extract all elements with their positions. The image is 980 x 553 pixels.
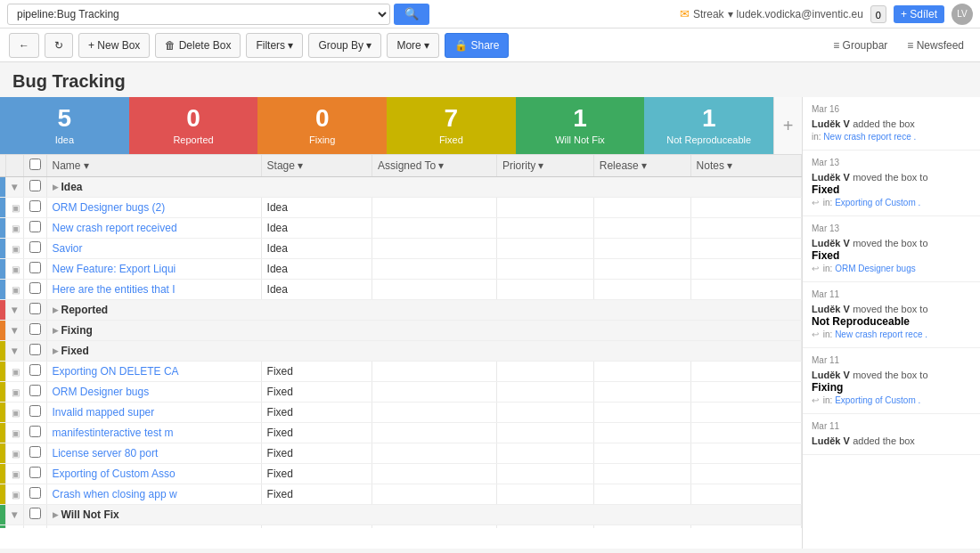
row-checkbox[interactable] xyxy=(29,241,41,253)
stage-fixing[interactable]: 0 Fixing xyxy=(257,97,387,154)
row-checkbox[interactable] xyxy=(29,282,41,294)
group-header-row[interactable]: ▾ ▸Fixed xyxy=(0,341,802,362)
select-all-checkbox[interactable] xyxy=(29,159,41,170)
stage-filter-icon[interactable]: ▾ xyxy=(298,159,303,172)
delete-box-button[interactable]: 🗑 Delete Box xyxy=(155,33,241,58)
groupbar-button[interactable]: ≡ Groupbar xyxy=(826,36,894,55)
row-name[interactable]: Exporting of Custom Asso xyxy=(46,464,261,484)
row-icon[interactable]: ▣ xyxy=(5,382,23,403)
group-checkbox[interactable] xyxy=(29,344,41,355)
row-checkbox[interactable] xyxy=(29,364,41,376)
row-checkbox-cell[interactable] xyxy=(23,403,46,423)
group-header-row[interactable]: ▾ ▸Will Not Fix xyxy=(0,505,802,525)
group-expand-icon[interactable]: ▾ xyxy=(5,300,23,321)
search-button[interactable]: 🔍 xyxy=(394,4,429,25)
activity-link[interactable]: ORM Designer bugs xyxy=(835,264,916,273)
row-checkbox[interactable] xyxy=(29,221,41,232)
group-expand-icon[interactable]: ▾ xyxy=(5,321,23,341)
table-row[interactable]: ▣ Exporting ON DELETE CA Fixed xyxy=(0,362,802,382)
add-stage-button[interactable]: + xyxy=(773,97,802,154)
row-icon[interactable]: ▣ xyxy=(5,403,23,423)
row-checkbox[interactable] xyxy=(29,200,41,212)
group-expand-icon[interactable]: ▾ xyxy=(5,177,23,198)
table-row[interactable]: ▣ manifestinteractive test m Fixed xyxy=(0,423,802,443)
assigned-filter-icon[interactable]: ▾ xyxy=(438,159,444,172)
group-header-row[interactable]: ▾ ▸Idea xyxy=(0,177,802,198)
row-checkbox-cell[interactable] xyxy=(23,525,46,529)
row-checkbox-cell[interactable] xyxy=(23,464,46,484)
group-checkbox-cell[interactable] xyxy=(23,505,46,525)
share-top-button[interactable]: + Sdílet xyxy=(894,5,944,23)
table-row[interactable]: ▣ Here are the entities that I Idea xyxy=(0,280,802,300)
group-header-row[interactable]: ▾ ▸Fixing xyxy=(0,321,802,341)
row-name[interactable]: New Feature: Export Liqui xyxy=(46,259,261,280)
row-checkbox-cell[interactable] xyxy=(23,259,46,280)
row-icon[interactable]: ▣ xyxy=(5,198,23,218)
row-name[interactable]: manifestinteractive test m xyxy=(46,423,261,443)
filters-button[interactable]: Filters ▾ xyxy=(246,33,303,58)
row-icon[interactable]: ▣ xyxy=(5,443,23,464)
group-checkbox-cell[interactable] xyxy=(23,177,46,198)
row-checkbox-cell[interactable] xyxy=(23,239,46,259)
row-name[interactable]: License server 80 port xyxy=(46,443,261,464)
table-row[interactable]: ▣ ORM Designer bugs (2) Idea xyxy=(0,198,802,218)
activity-link[interactable]: New crash report rece . xyxy=(835,329,927,339)
row-checkbox[interactable] xyxy=(29,405,41,417)
row-icon[interactable]: ▣ xyxy=(5,280,23,300)
row-checkbox-cell[interactable] xyxy=(23,218,46,239)
row-icon[interactable]: ▣ xyxy=(5,218,23,239)
new-box-button[interactable]: + New Box xyxy=(78,33,150,58)
table-row[interactable]: ▣ New crash report received Idea xyxy=(0,218,802,239)
group-checkbox[interactable] xyxy=(29,303,41,314)
row-name[interactable]: New crash report received xyxy=(46,218,261,239)
row-checkbox-cell[interactable] xyxy=(23,280,46,300)
table-row[interactable]: ▣ License server 80 port Fixed xyxy=(0,443,802,464)
group-by-button[interactable]: Group By ▾ xyxy=(308,33,381,58)
row-name[interactable]: xml files xyxy=(46,525,261,529)
activity-link[interactable]: Exporting of Custom . xyxy=(835,198,920,207)
stage-idea[interactable]: 5 Idea xyxy=(0,97,129,154)
activity-link[interactable]: New crash report rece . xyxy=(823,132,916,142)
row-icon[interactable]: ▣ xyxy=(5,239,23,259)
row-checkbox-cell[interactable] xyxy=(23,443,46,464)
row-checkbox[interactable] xyxy=(29,467,41,478)
row-checkbox-cell[interactable] xyxy=(23,362,46,382)
group-header-row[interactable]: ▾ ▸Reported xyxy=(0,300,802,321)
row-name[interactable]: ORM Designer bugs (2) xyxy=(46,198,261,218)
back-button[interactable]: ← xyxy=(9,33,39,58)
table-row[interactable]: ▣ xml files Will Not Fix xyxy=(0,525,802,529)
table-row[interactable]: ▣ Exporting of Custom Asso Fixed xyxy=(0,464,802,484)
stage-will-not-fix[interactable]: 1 Will Not Fix xyxy=(516,97,645,154)
table-row[interactable]: ▣ Savior Idea xyxy=(0,239,802,259)
row-checkbox-cell[interactable] xyxy=(23,423,46,443)
name-filter-icon[interactable]: ▾ xyxy=(84,159,89,172)
pipeline-dropdown[interactable]: pipeline:Bug Tracking xyxy=(7,4,390,25)
table-row[interactable]: ▣ Invalid mapped super Fixed xyxy=(0,403,802,423)
activity-link[interactable]: Exporting of Custom . xyxy=(835,395,920,405)
row-icon[interactable]: ▣ xyxy=(5,362,23,382)
group-expand-icon[interactable]: ▾ xyxy=(5,341,23,362)
row-checkbox-cell[interactable] xyxy=(23,382,46,403)
group-checkbox-cell[interactable] xyxy=(23,300,46,321)
notes-filter-icon[interactable]: ▾ xyxy=(727,159,732,172)
stage-reported[interactable]: 0 Reported xyxy=(129,97,258,154)
row-name[interactable]: Crash when closing app w xyxy=(46,484,261,505)
row-checkbox[interactable] xyxy=(29,487,41,499)
share-button[interactable]: 🔒 Share xyxy=(445,33,509,58)
newsfeed-button[interactable]: ≡ Newsfeed xyxy=(900,36,971,55)
row-name[interactable]: Savior xyxy=(46,239,261,259)
group-checkbox[interactable] xyxy=(29,180,41,191)
row-checkbox[interactable] xyxy=(29,426,41,437)
row-checkbox-cell[interactable] xyxy=(23,484,46,505)
row-icon[interactable]: ▣ xyxy=(5,259,23,280)
table-row[interactable]: ▣ Crash when closing app w Fixed xyxy=(0,484,802,505)
row-checkbox[interactable] xyxy=(29,262,41,273)
row-name[interactable]: ORM Designer bugs xyxy=(46,382,261,403)
row-name[interactable]: Here are the entities that I xyxy=(46,280,261,300)
group-checkbox[interactable] xyxy=(29,508,41,519)
row-icon[interactable]: ▣ xyxy=(5,464,23,484)
group-checkbox-cell[interactable] xyxy=(23,341,46,362)
table-row[interactable]: ▣ ORM Designer bugs Fixed xyxy=(0,382,802,403)
release-filter-icon[interactable]: ▾ xyxy=(641,159,647,172)
row-name[interactable]: Invalid mapped super xyxy=(46,403,261,423)
